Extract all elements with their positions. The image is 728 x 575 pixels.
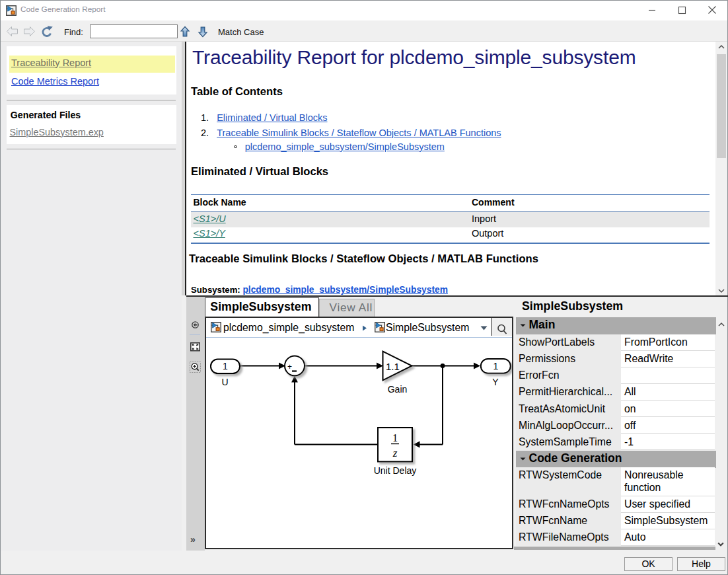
svg-text:1: 1: [493, 361, 498, 371]
svg-text:1.1: 1.1: [386, 361, 400, 372]
svg-text:Unit Delay: Unit Delay: [374, 465, 417, 476]
svg-text:+: +: [287, 362, 292, 371]
svg-text:U: U: [221, 377, 228, 387]
svg-text:1: 1: [223, 361, 228, 371]
svg-text:Gain: Gain: [388, 384, 408, 395]
svg-text:Y: Y: [492, 377, 499, 387]
svg-text:1: 1: [392, 432, 398, 444]
svg-text:z: z: [392, 447, 398, 459]
